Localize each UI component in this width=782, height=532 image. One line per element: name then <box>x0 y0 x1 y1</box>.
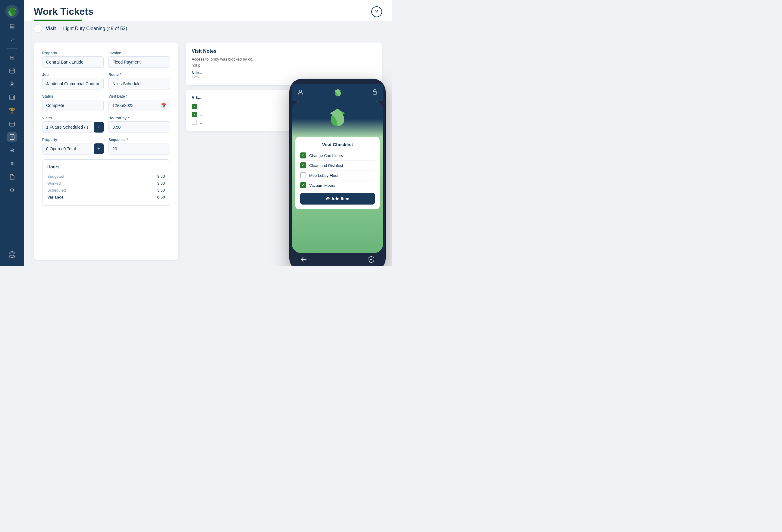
hours-variance-label: Variance <box>47 195 64 199</box>
sidebar-icon-tools[interactable]: ⚙ <box>7 185 17 195</box>
sidebar-divider-1 <box>7 48 17 48</box>
checklist-item-label-2: ... <box>200 112 204 117</box>
phone-checklist-title: Visit Checklist <box>300 142 375 147</box>
visit-notes-author: Nile... <box>192 71 376 75</box>
svg-point-18 <box>299 90 301 92</box>
sidebar-icon-reports[interactable] <box>7 92 17 102</box>
visits-field-group: Visits + <box>42 116 104 133</box>
sequence-label: Sequence * <box>108 138 170 142</box>
phone-check-4[interactable]: ✓ <box>300 182 306 188</box>
property2-input[interactable] <box>42 143 92 155</box>
phone-check-3[interactable] <box>300 172 306 178</box>
sidebar-icon-table[interactable]: ⊞ <box>7 53 17 62</box>
route-field-group: Route * <box>108 73 170 89</box>
checklist-check-3 <box>192 120 197 125</box>
phone-add-item-button[interactable]: ⊕ Add Item <box>300 193 375 204</box>
property2-label: Property <box>42 138 104 142</box>
breadcrumb: › Visit Light Duty Cleaning (49 of 52) <box>24 21 392 36</box>
chevron-right-icon: › <box>37 27 39 31</box>
plus-icon: ⊕ <box>326 196 330 201</box>
breadcrumb-page: Light Duty Cleaning (49 of 52) <box>63 26 128 31</box>
sidebar-icon-dashboard[interactable]: ▤ <box>7 21 17 31</box>
breadcrumb-back-button[interactable]: › <box>34 25 42 33</box>
route-label: Route * <box>108 73 170 77</box>
sequence-field-group: Sequence * <box>108 138 170 155</box>
page-title: Work Tickets <box>34 6 94 17</box>
hours-variance-value: 0.50 <box>157 195 165 199</box>
checklist-check-2: ✓ <box>192 112 197 117</box>
phone-checklist-item-3: Mop Lobby Floor <box>300 170 375 181</box>
sidebar-logo <box>5 5 19 19</box>
phone-mockup: Visit Checklist ✓ Change Can Liners ✓ Cl… <box>289 79 386 266</box>
sidebar-icon-file[interactable] <box>7 172 17 182</box>
checklist-item-label-1: ... <box>200 105 204 109</box>
phone-checklist-item-2: ✓ Clean and Disinfect <box>300 160 375 170</box>
job-field-group: Job <box>42 73 104 89</box>
hours-title: Hours <box>47 164 165 169</box>
invoice-field-group: Invoice <box>108 51 170 68</box>
phone-check-1[interactable]: ✓ <box>300 152 306 158</box>
breadcrumb-visit[interactable]: Visit <box>46 26 56 31</box>
sidebar-icon-contacts[interactable] <box>7 79 17 89</box>
phone-bottom-bar <box>292 253 383 266</box>
phone-check-2[interactable]: ✓ <box>300 162 306 168</box>
property2-add-button[interactable]: + <box>94 143 104 154</box>
help-icon[interactable]: ? <box>371 6 382 17</box>
invoice-input[interactable] <box>108 56 170 68</box>
main-content: Work Tickets ? › Visit Light Duty Cleani… <box>24 0 392 266</box>
sidebar: ▤ ⌕ ⊞ 🏆 ⊕ ≡ ⚙ <box>0 0 24 266</box>
hours-worked-label: Worked <box>47 181 61 186</box>
sidebar-icon-list[interactable]: ≡ <box>7 159 17 168</box>
phone-large-logo <box>327 107 348 128</box>
property-label: Property <box>42 51 104 55</box>
checklist-item-label-3: ... <box>200 120 204 125</box>
visit-date-label: Visit Date * <box>108 94 170 99</box>
invoice-label: Invoice <box>108 51 170 55</box>
hours-per-day-input[interactable] <box>108 121 170 133</box>
checklist-check-1: ✓ <box>192 104 197 109</box>
hours-scheduled-label: Scheduled <box>47 188 66 192</box>
sidebar-icon-tickets[interactable] <box>7 132 17 142</box>
svg-rect-10 <box>10 122 14 126</box>
property-field-group: Property <box>42 51 104 68</box>
phone-checklist-label-1: Change Can Liners <box>309 153 343 158</box>
route-input[interactable] <box>108 78 170 89</box>
sidebar-icon-search[interactable]: ⌕ <box>7 34 17 44</box>
hours-scheduled-value: 3.50 <box>157 188 165 192</box>
form-card: Property Invoice Job Route * <box>34 42 178 260</box>
svg-rect-19 <box>373 91 377 94</box>
property2-field-group: Property + <box>42 138 104 155</box>
phone-shield-check-icon[interactable] <box>368 256 374 264</box>
property-input[interactable] <box>42 56 104 68</box>
sidebar-icon-calendar[interactable] <box>7 66 17 76</box>
visit-date-field-group: Visit Date * 📅 <box>108 94 170 111</box>
job-input[interactable] <box>42 78 104 89</box>
hours-per-day-label: Hours/Day * <box>108 116 170 120</box>
phone-checklist-item-4: ✓ Vacuum Floors <box>300 181 375 190</box>
phone-screen: Visit Checklist ✓ Change Can Liners ✓ Cl… <box>292 101 383 253</box>
status-input[interactable] <box>42 100 104 111</box>
visit-notes-title: Visit Notes <box>192 48 376 54</box>
phone-checklist-label-2: Clean and Disinfect <box>309 163 343 168</box>
svg-point-17 <box>11 253 13 255</box>
phone-checklist-card: Visit Checklist ✓ Change Can Liners ✓ Cl… <box>295 137 380 210</box>
visit-date-input[interactable] <box>108 100 170 111</box>
visits-add-button[interactable]: + <box>94 122 104 132</box>
hours-per-day-field-group: Hours/Day * <box>108 116 170 133</box>
phone-checklist-item-1: ✓ Change Can Liners <box>300 151 375 160</box>
visits-input[interactable] <box>42 121 92 133</box>
hours-worked-value: 3.00 <box>157 181 165 186</box>
sequence-input[interactable] <box>108 143 170 155</box>
hours-worked-row: Worked 3.00 <box>47 180 165 187</box>
phone-back-arrow-icon[interactable] <box>301 257 307 264</box>
sidebar-icon-add[interactable]: ⊕ <box>7 146 17 155</box>
hours-budgeted-row: Budgeted 3.50 <box>47 173 165 180</box>
content-area: Property Invoice Job Route * <box>24 36 392 266</box>
sidebar-icon-schedule[interactable] <box>7 119 17 129</box>
hours-scheduled-row: Scheduled 3.50 <box>47 187 165 194</box>
sidebar-user-avatar[interactable] <box>7 250 17 259</box>
hours-variance-row: Variance 0.50 <box>47 194 165 201</box>
status-label: Status <box>42 94 104 99</box>
phone-app-logo <box>332 87 343 98</box>
sidebar-icon-awards[interactable]: 🏆 <box>7 106 17 115</box>
